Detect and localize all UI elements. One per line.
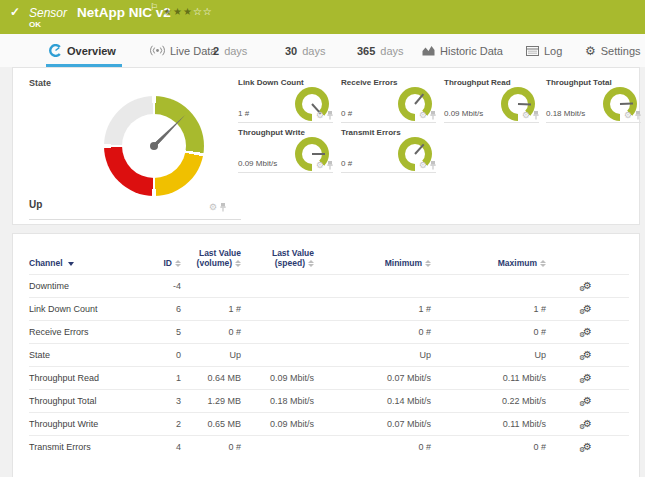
channel-settings-icon[interactable]: ⚙⚙ [583,304,592,314]
channel-gauge-value: 0.18 Mbit/s [546,109,585,118]
tab-365-days[interactable]: 365 days [357,34,404,67]
gauge-needle [518,103,531,105]
priority-stars[interactable]: ★★★☆☆ [163,6,213,17]
channel-name: Downtime [29,275,159,298]
table-row[interactable]: Throughput Write 2 0.65 MB 0.09 Mbit/s 0… [29,413,629,436]
gauge-pin-icon[interactable] [430,111,436,120]
gauge-settings-icon[interactable]: ⚙ [316,161,324,170]
tab-live-data[interactable]: Live Data [150,34,216,67]
column-header-last-value-speed[interactable]: Last Value(speed) [241,248,314,275]
table-row[interactable]: Transmit Errors 4 0 # 0 # 0 # ⚙⚙ [29,436,629,459]
column-header-last-value-volume[interactable]: Last Value(volume) [181,248,241,275]
channel-id: 4 [159,436,181,459]
channel-gauge-title: Throughput Write [238,128,305,137]
divider [29,219,241,220]
last-value-speed [241,436,314,459]
last-value-speed [241,321,314,344]
last-value-speed: 0.18 Mbit/s [241,390,314,413]
channel-table-card: Channel ID Last Value(volume) Last Value… [12,233,640,477]
table-row[interactable]: Downtime -4 ⚙⚙ [29,275,629,298]
tab-2-days[interactable]: 2 days [213,34,247,67]
channel-settings-icon[interactable]: ⚙⚙ [583,373,592,383]
tab-unit: days [224,45,247,57]
tab-historic-data[interactable]: Historic Data [422,34,503,67]
channel-settings-icon[interactable]: ⚙⚙ [583,419,592,429]
mini-gauge-panel: Receive Errors 0 # ⚙ [341,78,436,128]
channel-settings-icon[interactable]: ⚙⚙ [583,281,592,291]
gauge-pin-icon[interactable] [220,203,226,212]
column-header-id[interactable]: ID [159,248,181,275]
channel-table: Channel ID Last Value(volume) Last Value… [29,248,629,459]
channel-name: Receive Errors [29,321,159,344]
object-kind-label: Sensor [29,6,67,20]
flag-icon[interactable]: ⚐ [150,2,158,12]
gauge-pin-icon[interactable] [327,111,333,120]
table-row[interactable]: Receive Errors 5 0 # 0 # 0 # ⚙⚙ [29,321,629,344]
column-header-maximum[interactable]: Maximum [431,248,546,275]
last-value-volume: 0 # [181,436,241,459]
sort-icon [175,260,181,268]
gauge-settings-icon[interactable]: ⚙ [522,111,530,120]
column-header-channel[interactable]: Channel [29,248,159,275]
minimum-value: Up [314,344,431,367]
channel-id: 6 [159,298,181,321]
tab-overview[interactable]: Overview [49,34,116,67]
tab-log[interactable]: Log [526,34,562,67]
gauge-settings-icon[interactable]: ⚙ [419,161,427,170]
gauge-pin-icon[interactable] [635,111,641,120]
last-value-volume: Up [181,344,241,367]
priority-stars-filled: ★★★ [163,6,193,17]
channel-gauge-value: 1 # [238,109,249,118]
sort-icon [235,260,241,268]
minimum-value: 0 # [314,321,431,344]
minimum-value: 0.07 Mbit/s [314,413,431,436]
state-gauge [104,96,204,196]
gauge-needle [620,103,633,105]
table-row[interactable]: Link Down Count 6 1 # 1 # 1 # ⚙⚙ [29,298,629,321]
last-value-speed [241,344,314,367]
tab-label: Settings [601,45,641,57]
last-value-volume: 1.29 MB [181,390,241,413]
tab-label: Historic Data [440,45,503,57]
divider [341,172,436,173]
tab-bar: Overview Live Data 2 days 30 days 365 da… [0,34,645,67]
tab-label: Log [544,45,562,57]
gauge-settings-icon[interactable]: ⚙ [624,111,632,120]
table-row[interactable]: Throughput Total 3 1.29 MB 0.18 Mbit/s 0… [29,390,629,413]
channel-settings-icon[interactable]: ⚙⚙ [583,327,592,337]
channel-settings-icon[interactable]: ⚙⚙ [583,442,592,452]
channel-id: 1 [159,367,181,390]
last-value-volume: 0 # [181,321,241,344]
divider [238,172,333,173]
maximum-value: 0.11 Mbit/s [431,367,546,390]
gauge-settings-icon[interactable]: ⚙ [419,111,427,120]
log-list-icon [526,46,539,56]
channel-name: Throughput Total [29,390,159,413]
gauge-settings-icon[interactable]: ⚙ [209,203,217,212]
gauge-pin-icon[interactable] [327,161,333,170]
gauge-settings-icon[interactable]: ⚙ [316,111,324,120]
gauge-pin-icon[interactable] [533,111,539,120]
last-value-volume: 1 # [181,298,241,321]
divider [238,122,333,123]
sort-icon [425,260,431,268]
mini-gauge-panel: Throughput Total 0.18 Mbit/s ⚙ [546,78,641,128]
column-header-minimum[interactable]: Minimum [314,248,431,275]
table-row[interactable]: Throughput Read 1 0.64 MB 0.09 Mbit/s 0.… [29,367,629,390]
sensor-status-banner: ✓ Sensor NetApp NIC v2 ⚐ ★★★☆☆ OK [0,0,645,34]
minimum-value: 0.07 Mbit/s [314,367,431,390]
tab-30-days[interactable]: 30 days [285,34,326,67]
sensor-overview-page: ✓ Sensor NetApp NIC v2 ⚐ ★★★☆☆ OK Overvi… [0,0,645,477]
table-row[interactable]: State 0 Up Up Up ⚙⚙ [29,344,629,367]
last-value-speed [241,275,314,298]
divider [341,122,436,123]
gauge-actions: ⚙ [522,111,539,120]
gauge-pin-icon[interactable] [430,161,436,170]
last-value-volume: 0.65 MB [181,413,241,436]
channel-id: 0 [159,344,181,367]
channel-gauge-title: Link Down Count [238,78,304,87]
channel-settings-icon[interactable]: ⚙⚙ [583,396,592,406]
channel-settings-icon[interactable]: ⚙⚙ [583,350,592,360]
gauge-needle [312,153,325,155]
tab-settings[interactable]: ⚙ Settings [585,34,641,67]
